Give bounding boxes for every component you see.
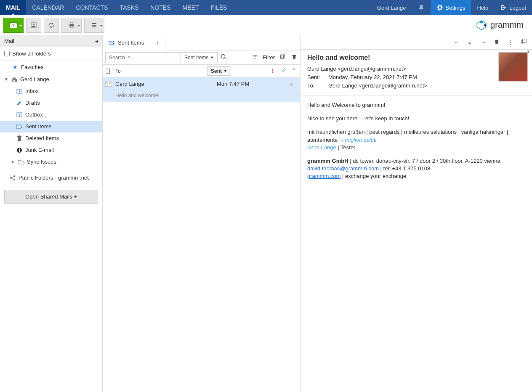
search-scope-dropdown[interactable]: Sent Items ▼ (181, 52, 218, 63)
forward-button[interactable]: → (477, 37, 489, 48)
filter-button[interactable] (249, 50, 261, 65)
trash-icon (16, 135, 23, 142)
folder-inbox[interactable]: Inbox (0, 85, 102, 97)
svg-rect-26 (522, 39, 526, 43)
col-flag[interactable] (289, 67, 300, 74)
folder-sent-items[interactable]: Sent Items (0, 121, 102, 132)
svg-point-17 (13, 175, 15, 177)
account-label: Gerd Lange (20, 75, 49, 84)
brand-logo: grammm (476, 20, 529, 31)
nav-contacts[interactable]: CONTACTS (70, 0, 114, 15)
sig-web-link[interactable]: grammm.com (307, 173, 340, 179)
favorites-section[interactable]: ★ Favorites (0, 61, 102, 74)
folder-deleted[interactable]: Deleted Items (0, 132, 102, 144)
body-line: Hello and Welcome to grammm! (307, 101, 525, 109)
col-importance[interactable]: ! (267, 68, 278, 74)
search-button[interactable] (218, 50, 229, 65)
contact-icon (30, 22, 37, 29)
brand-label: grammm (490, 20, 524, 30)
new-mail-button[interactable] (3, 18, 24, 33)
settings-button[interactable]: Settings (431, 0, 471, 15)
open-shared-mails-button[interactable]: Open Shared Mails + (4, 190, 98, 204)
delete-button[interactable] (288, 50, 300, 65)
user-menu[interactable]: Gerd Lange (371, 0, 412, 15)
list-tabs: Sent Items ＋ (103, 35, 300, 50)
tab-sent-items[interactable]: Sent Items (103, 35, 150, 50)
company-name: grammm GmbH (307, 158, 348, 164)
user-name-label: Gerd Lange (377, 5, 406, 11)
nav-mail[interactable]: MAIL (0, 0, 26, 15)
public-folders[interactable]: Public Folders - grammm.net (0, 172, 102, 184)
message-to: Gerd Lange (115, 81, 217, 91)
folder-outbox[interactable]: Outbox (0, 109, 102, 121)
column-headers: To Sent ▼ ! (103, 65, 300, 77)
nav-calendar[interactable]: CALENDAR (26, 0, 70, 15)
view-menu-button[interactable] (84, 18, 104, 33)
more-actions-button[interactable]: ⋮ (504, 37, 516, 48)
nav-notes[interactable]: NOTES (144, 0, 176, 15)
svg-point-18 (13, 179, 15, 180)
show-all-folders-toggle[interactable]: Show all folders (0, 47, 102, 61)
collapse-sidebar-icon[interactable]: ◂ (95, 38, 98, 44)
svg-rect-9 (13, 80, 15, 82)
sig-greet-text: mit freundlichen grüßen | best regards |… (307, 129, 508, 143)
sent-value: Monday, February 22, 2021 7:47 PM (328, 73, 417, 82)
search-input[interactable] (105, 52, 181, 63)
logout-button[interactable]: Logout (494, 0, 532, 15)
junk-icon (16, 147, 23, 154)
svg-rect-15 (19, 151, 20, 152)
preview-subject: Hello and welcome! (307, 54, 525, 61)
nav-tasks[interactable]: TASKS (114, 0, 144, 15)
reply-button[interactable]: ← (450, 37, 462, 48)
col-attachment[interactable] (278, 67, 289, 74)
to-value: Gerd Lange <gerd.lange@grammm.net> (328, 82, 427, 90)
col-to[interactable]: To (114, 68, 205, 74)
paperclip-icon (281, 67, 286, 74)
search-icon (221, 54, 226, 61)
filter-icon (252, 54, 258, 61)
trash-icon (291, 54, 297, 61)
svg-point-16 (10, 177, 12, 179)
notifications-button[interactable] (412, 0, 431, 15)
copy-button[interactable] (277, 50, 288, 65)
message-row[interactable]: Gerd Lange Mon 7:47 PM Hello and welcome… (103, 77, 300, 102)
preview-header: ▲ Hello and welcome! Gerd Lange <gerd.la… (301, 50, 532, 95)
draft-icon (16, 100, 23, 106)
sort-dropdown[interactable]: Sent ▼ (207, 66, 231, 76)
account-root[interactable]: ▼ Gerd Lange (0, 74, 102, 85)
envelope-icon (9, 21, 18, 30)
reply-all-button[interactable]: « (464, 37, 476, 48)
add-tab-button[interactable]: ＋ (150, 35, 165, 50)
folder-drafts[interactable]: Drafts (0, 97, 102, 109)
folder-label: Sent Items (25, 122, 51, 131)
svg-marker-7 (479, 21, 484, 24)
scope-label: Sent Items (184, 55, 208, 61)
help-button[interactable]: Help (471, 0, 494, 15)
flag-icon[interactable] (288, 81, 296, 91)
refresh-button[interactable] (44, 18, 59, 33)
expander-icon[interactable]: ▸ (11, 158, 15, 166)
filter-label[interactable]: Filter (261, 54, 277, 61)
print-button[interactable] (61, 18, 82, 33)
folder-label: Inbox (25, 87, 39, 95)
nav-meet[interactable]: MEET (177, 0, 205, 15)
expander-icon[interactable]: ▼ (4, 75, 8, 84)
folder-junk[interactable]: Junk E-mail (0, 144, 102, 156)
sidebar-header: Mail ◂ (0, 35, 102, 47)
sent-icon (109, 40, 115, 46)
preview-from: Gerd Lange <gerd.lange@grammm.net> (307, 65, 525, 73)
address-book-button[interactable] (26, 18, 41, 33)
folder-label: Drafts (25, 99, 40, 107)
svg-rect-4 (70, 23, 73, 24)
folder-sync-issues[interactable]: ▸ Sync Issues (0, 156, 102, 168)
share-icon (9, 175, 16, 181)
col-icon[interactable] (103, 68, 114, 74)
folder-label: Outbox (25, 111, 43, 119)
preview-toolbar: ← « → ⋮ (301, 35, 532, 50)
nav-files[interactable]: FILES (205, 0, 233, 15)
sig-email-link[interactable]: david.thomas@grammm.com (307, 165, 379, 172)
delete-message-button[interactable] (491, 37, 503, 48)
show-all-checkbox[interactable] (4, 51, 10, 56)
popout-button[interactable] (518, 37, 529, 48)
logout-icon (500, 4, 507, 11)
